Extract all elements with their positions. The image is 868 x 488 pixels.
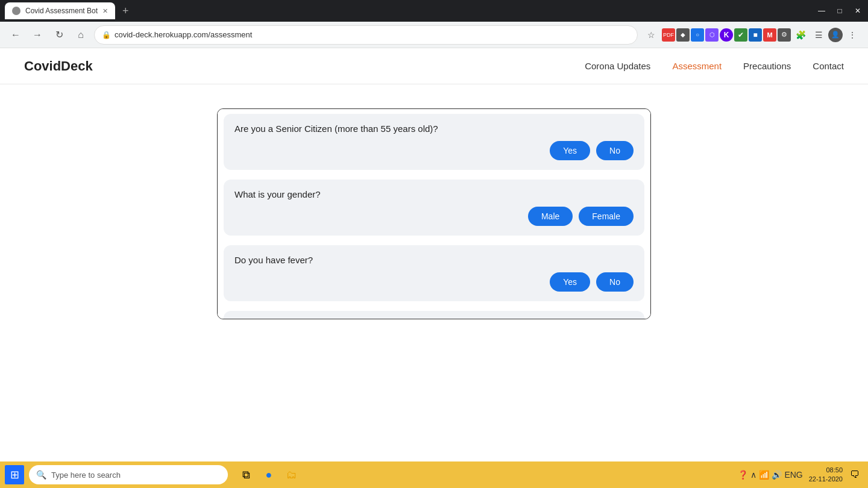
maximize-button[interactable]: □ — [834, 7, 845, 15]
window-controls: — □ ✕ — [816, 7, 863, 15]
ext3-icon[interactable]: ○ — [691, 28, 704, 42]
extension-icons: PDF ◆ ○ ⬡ K ✔ ■ M ⚙ 🧩 ☰ 👤 ⋮ — [662, 27, 861, 43]
q3-no-button[interactable]: No — [596, 272, 634, 292]
browser-tab[interactable]: Covid Assessment Bot ✕ — [5, 2, 115, 19]
nav-corona-updates[interactable]: Corona Updates — [585, 61, 650, 71]
taskbar-task-view[interactable]: ⧉ — [235, 464, 257, 486]
browser-toolbar: ← → ↻ ⌂ 🔒 covid-deck.herokuapp.com/asses… — [0, 22, 868, 48]
question-text-1: Are you a Senior Citizen (more than 55 y… — [234, 124, 634, 134]
nav-precautions[interactable]: Precautions — [743, 61, 791, 71]
new-tab-button[interactable]: + — [122, 5, 129, 17]
tray-network-icon[interactable]: 📶 — [759, 470, 769, 480]
puzzle-icon[interactable]: 🧩 — [792, 27, 809, 43]
website: CovidDeck Corona Updates Assessment Prec… — [0, 48, 868, 461]
home-button[interactable]: ⌂ — [72, 27, 89, 43]
taskbar-chrome-icon[interactable]: ● — [258, 464, 280, 486]
close-button[interactable]: ✕ — [852, 7, 863, 15]
taskbar: ⊞ 🔍 Type here to search ⧉ ● 🗂 ❓ ∧ 📶 🔊 EN… — [0, 461, 868, 488]
lock-icon: 🔒 — [102, 31, 111, 39]
question-text-3: Do you have fever? — [234, 255, 634, 265]
q2-female-button[interactable]: Female — [579, 207, 634, 226]
taskbar-search-box[interactable]: 🔍 Type here to search — [29, 465, 228, 484]
question-text-2: What is your gender? — [234, 189, 634, 199]
q2-male-button[interactable]: Male — [528, 207, 573, 226]
assessment-box[interactable]: Are you a Senior Citizen (more than 55 y… — [217, 108, 651, 319]
pdf-extension-icon[interactable]: PDF — [662, 28, 675, 42]
nav-assessment[interactable]: Assessment — [672, 61, 722, 71]
browser-titlebar: Covid Assessment Bot ✕ + — □ ✕ — [0, 0, 868, 22]
taskbar-clock[interactable]: 08:50 22-11-2020 — [809, 466, 843, 484]
site-navigation: CovidDeck Corona Updates Assessment Prec… — [0, 48, 868, 84]
question-card-2: What is your gender? Male Female — [224, 180, 644, 236]
profile-icon[interactable]: 👤 — [828, 28, 843, 42]
tab-favicon — [12, 7, 20, 15]
minimize-button[interactable]: — — [816, 7, 827, 15]
taskbar-right: ❓ ∧ 📶 🔊 ENG 08:50 22-11-2020 🗨 — [738, 466, 863, 484]
back-button[interactable]: ← — [7, 27, 24, 43]
tray-lang-icon[interactable]: ENG — [784, 470, 802, 480]
tray-sound-icon[interactable]: 🔊 — [772, 470, 782, 480]
taskbar-pinned-icons: ⧉ ● 🗂 — [235, 464, 303, 486]
tray-help-icon[interactable]: ❓ — [738, 470, 748, 480]
question-card-4: Do you currently have a sore throat? — [224, 311, 644, 319]
shield-extension-icon[interactable]: ✔ — [734, 28, 747, 42]
q1-no-button[interactable]: No — [596, 141, 634, 160]
tab-title: Covid Assessment Bot — [25, 7, 98, 15]
star-icon[interactable]: ☆ — [643, 27, 659, 43]
start-button[interactable]: ⊞ — [5, 465, 24, 484]
answer-buttons-1: Yes No — [234, 141, 634, 160]
forward-button[interactable]: → — [29, 27, 46, 43]
address-text: covid-deck.herokuapp.com/assessment — [115, 30, 630, 39]
ext4-icon[interactable]: ⬡ — [705, 28, 719, 42]
m-extension-icon[interactable]: M — [763, 28, 776, 42]
nav-links: Corona Updates Assessment Precautions Co… — [585, 61, 844, 71]
q3-yes-button[interactable]: Yes — [550, 272, 590, 292]
taskbar-search-text: Type here to search — [51, 471, 121, 480]
taskbar-search-icon: 🔍 — [36, 470, 46, 480]
notification-button[interactable]: 🗨 — [846, 466, 863, 483]
main-content: Are you a Senior Citizen (more than 55 y… — [0, 84, 868, 461]
tab-close-button[interactable]: ✕ — [102, 7, 108, 15]
reload-button[interactable]: ↻ — [51, 27, 68, 43]
taskbar-explorer-icon[interactable]: 🗂 — [281, 464, 303, 486]
gear-extension-icon[interactable]: ⚙ — [778, 28, 791, 42]
nav-contact[interactable]: Contact — [813, 61, 844, 71]
question-card-3: Do you have fever? Yes No — [224, 245, 644, 301]
answer-buttons-3: Yes No — [234, 272, 634, 292]
k-extension-icon[interactable]: K — [720, 28, 733, 42]
address-bar[interactable]: 🔒 covid-deck.herokuapp.com/assessment — [94, 25, 638, 45]
site-logo: CovidDeck — [24, 58, 93, 74]
tray-chevron-icon[interactable]: ∧ — [750, 470, 756, 480]
q1-yes-button[interactable]: Yes — [550, 141, 590, 160]
clock-time: 08:50 — [809, 466, 843, 475]
cube-extension-icon[interactable]: ■ — [749, 28, 762, 42]
bookmark-icon[interactable]: ☰ — [810, 27, 827, 43]
answer-buttons-2: Male Female — [234, 207, 634, 226]
toolbar-icons: ☆ PDF ◆ ○ ⬡ K ✔ ■ M ⚙ 🧩 ☰ 👤 ⋮ — [643, 27, 861, 43]
clock-date: 22-11-2020 — [809, 475, 843, 484]
ext2-icon[interactable]: ◆ — [676, 28, 690, 42]
system-tray: ❓ ∧ 📶 🔊 ENG — [738, 470, 802, 480]
question-card-1: Are you a Senior Citizen (more than 55 y… — [224, 114, 644, 170]
menu-icon[interactable]: ⋮ — [844, 27, 861, 43]
